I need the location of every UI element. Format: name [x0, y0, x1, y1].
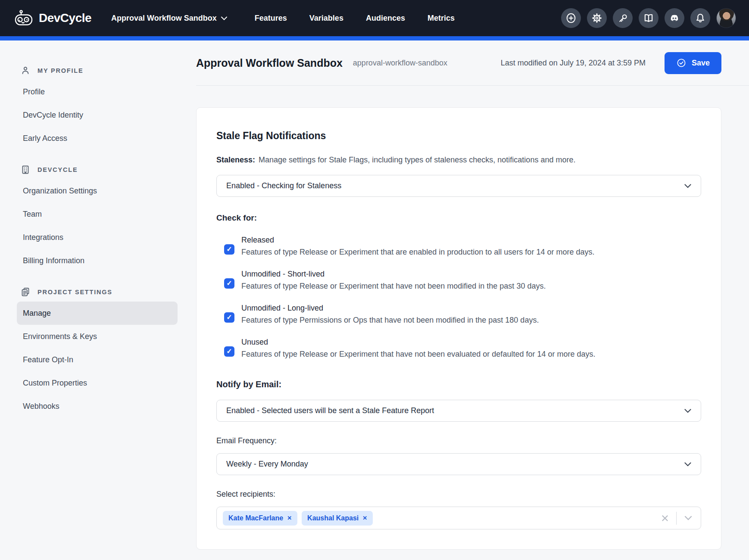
sidebar-item-label: Early Access [23, 134, 67, 143]
sidebar-section-label: PROJECT SETTINGS [37, 289, 112, 296]
sidebar-item-label: Team [23, 210, 42, 219]
sidebar-item-custom-properties[interactable]: Custom Properties [17, 371, 178, 395]
sidebar-item-label: Profile [23, 87, 45, 96]
sidebar-item-integrations[interactable]: Integrations [17, 226, 178, 249]
card-title: Stale Flag Notifications [216, 130, 701, 142]
email-frequency-select-value: Weekly - Every Monday [226, 460, 308, 469]
brand-name: DevCycle [39, 11, 91, 25]
check-row-released: Released Features of type Release or Exp… [216, 236, 701, 257]
notify-by-email-select[interactable]: Enabled - Selected users will be sent a … [216, 400, 701, 422]
sidebar-item-label: Custom Properties [23, 379, 87, 388]
chevron-down-icon [221, 16, 227, 20]
accent-bar [0, 36, 749, 40]
user-avatar[interactable] [716, 8, 736, 28]
sidebar-item-early-access[interactable]: Early Access [17, 127, 178, 150]
sidebar-item-billing-information[interactable]: Billing Information [17, 249, 178, 272]
discord-button[interactable] [665, 8, 684, 28]
divider [676, 512, 677, 525]
discord-icon [669, 12, 680, 24]
stale-flag-notifications-card: Stale Flag Notifications Staleness:Manag… [196, 107, 721, 550]
user-icon [20, 65, 31, 76]
sidebar-item-label: DevCycle Identity [23, 111, 83, 120]
chevron-down-icon [684, 516, 692, 520]
settings-sidebar: MY PROFILE Profile DevCycle Identity Ear… [0, 40, 196, 418]
nav-link-variables[interactable]: Variables [309, 14, 343, 23]
staleness-description: Manage settings for Stale Flags, includi… [259, 156, 575, 164]
remove-recipient-icon[interactable] [362, 515, 367, 521]
sidebar-section-label: MY PROFILE [37, 67, 83, 74]
unused-checkbox[interactable] [224, 346, 234, 357]
sidebar-item-webhooks[interactable]: Webhooks [17, 395, 178, 418]
email-frequency-select[interactable]: Weekly - Every Monday [216, 453, 701, 475]
check-row-unmodified-short-lived: Unmodified - Short-lived Features of typ… [216, 270, 701, 291]
nav-link-audiences[interactable]: Audiences [366, 14, 405, 23]
email-frequency-label: Email Frequency: [216, 436, 701, 445]
key-icon [618, 13, 628, 24]
staleness-description-line: Staleness:Manage settings for Stale Flag… [216, 156, 701, 165]
open-recipients-dropdown-button[interactable] [683, 516, 694, 520]
devcycle-logo[interactable]: DevCycle [15, 9, 91, 27]
sidebar-item-devcycle-identity[interactable]: DevCycle Identity [17, 103, 178, 127]
sidebar-item-organization-settings[interactable]: Organization Settings [17, 179, 178, 202]
check-label: Released [241, 236, 594, 245]
check-description: Features of type Release or Experiment t… [241, 248, 594, 257]
bell-icon [695, 12, 706, 24]
project-selector[interactable]: Approval Workflow Sandbox [111, 14, 227, 23]
sidebar-item-label: Billing Information [23, 256, 84, 265]
released-checkbox[interactable] [224, 244, 234, 255]
sidebar-item-feature-opt-in[interactable]: Feature Opt-In [17, 348, 178, 371]
sidebar-item-manage[interactable]: Manage [17, 302, 178, 325]
sidebar-item-label: Feature Opt-In [23, 355, 73, 364]
docs-button[interactable] [639, 8, 658, 28]
project-selector-label: Approval Workflow Sandbox [111, 14, 217, 23]
check-for-label: Check for: [216, 213, 701, 223]
api-keys-button[interactable] [613, 8, 633, 28]
recipients-multiselect[interactable]: Kate MacFarlane Kaushal Kapasi [216, 507, 701, 529]
notify-by-email-label: Notify by Email: [216, 380, 701, 389]
nav-link-features[interactable]: Features [255, 14, 287, 23]
plus-circle-icon [565, 12, 577, 24]
unmodified-long-lived-checkbox[interactable] [224, 312, 234, 323]
notifications-button[interactable] [690, 8, 710, 28]
clear-x-icon [662, 515, 668, 522]
recipient-chip: Kate MacFarlane [223, 511, 297, 526]
create-button[interactable] [561, 8, 581, 28]
unmodified-short-lived-checkbox[interactable] [224, 278, 234, 289]
recipient-name: Kaushal Kapasi [307, 514, 359, 522]
sidebar-item-label: Integrations [23, 233, 63, 242]
sidebar-item-environments-keys[interactable]: Environments & Keys [17, 325, 178, 348]
check-description: Features of type Permissions or Ops that… [241, 316, 539, 325]
chevron-down-icon [684, 184, 691, 188]
chevron-down-icon [684, 409, 691, 413]
staleness-select[interactable]: Enabled - Checking for Staleness [216, 175, 701, 197]
check-row-unmodified-long-lived: Unmodified - Long-lived Features of type… [216, 304, 701, 325]
select-recipients-label: Select recipients: [216, 490, 701, 499]
sidebar-section-devcycle: DEVCYCLE [20, 165, 178, 175]
sidebar-section-project-settings: PROJECT SETTINGS [20, 287, 178, 297]
building-icon [20, 165, 31, 175]
clipboard-icon [20, 287, 31, 297]
clear-recipients-button[interactable] [660, 515, 670, 522]
check-circle-icon [676, 58, 687, 68]
check-description: Features of type Release or Experiment t… [241, 282, 546, 291]
check-label: Unused [241, 338, 596, 347]
sidebar-item-label: Webhooks [23, 402, 59, 411]
sidebar-item-label: Organization Settings [23, 187, 97, 196]
staleness-label: Staleness: [216, 156, 255, 164]
sidebar-item-team[interactable]: Team [17, 202, 178, 226]
sidebar-item-profile[interactable]: Profile [17, 80, 178, 103]
page-title: Approval Workflow Sandbox [196, 57, 343, 69]
book-icon [643, 12, 654, 24]
check-label: Unmodified - Long-lived [241, 304, 539, 313]
check-label: Unmodified - Short-lived [241, 270, 546, 279]
sidebar-section-my-profile: MY PROFILE [20, 65, 178, 76]
remove-recipient-icon[interactable] [287, 515, 292, 521]
notify-select-value: Enabled - Selected users will be sent a … [226, 406, 434, 415]
gear-icon [591, 12, 602, 24]
nav-link-metrics[interactable]: Metrics [428, 14, 455, 23]
devcycle-robot-icon [15, 9, 34, 27]
save-button[interactable]: Save [665, 52, 721, 74]
settings-button[interactable] [587, 8, 607, 28]
last-modified-text: Last modified on July 19, 2024 at 3:59 P… [501, 59, 646, 68]
top-navbar: DevCycle Approval Workflow Sandbox Featu… [0, 0, 749, 36]
